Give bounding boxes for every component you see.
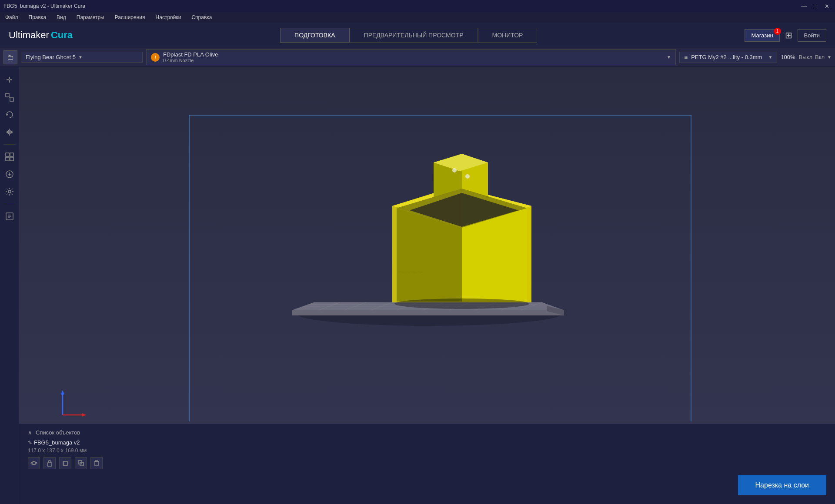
svg-marker-3 [7,113,8,116]
svg-marker-57 [82,413,87,417]
delete-button[interactable] [90,457,103,469]
grid-icon[interactable]: ⊞ [785,30,792,40]
printer-name: Flying Bear Ghost 5 [26,54,76,60]
app-logo: Ultimaker Cura [9,30,73,41]
svg-rect-9 [6,157,9,161]
object-list-label: Список объектов [36,429,80,436]
close-button[interactable]: ✕ [822,2,832,10]
tool-divider-2 [3,204,16,204]
menu-edit[interactable]: Правка [27,13,48,21]
scale-percent: 100% [781,54,795,60]
3d-object: ~~~~ [275,110,579,336]
copy-button[interactable] [59,457,71,469]
svg-rect-59 [47,463,52,466]
view-dropdown-arrow[interactable]: ▼ [827,55,832,60]
view-on-label[interactable]: Вкл [815,54,825,60]
tab-preview[interactable]: ПРЕДВАРИТЕЛЬНЫЙ ПРОСМОТР [350,28,478,43]
settings-tool-button[interactable] [2,184,17,199]
material-nozzle: 0.4mm Nozzle [163,58,218,63]
view-off-label[interactable]: Выкл [799,54,812,60]
svg-marker-6 [10,130,13,134]
svg-point-49 [465,174,470,179]
move-tool-button[interactable]: ✛ [2,72,17,88]
main-area: ✛ [0,67,835,504]
guide-line-right [691,115,691,421]
arrange-tool-button[interactable] [2,149,17,165]
menu-file[interactable]: Файл [3,13,20,21]
svg-rect-8 [10,153,13,156]
logo-ultimaker: Ultimaker [9,30,49,41]
login-button[interactable]: Войти [798,29,826,42]
window-title: FBG5_bumaga v2 - Ultimaker Cura [3,3,85,9]
lock-button[interactable] [43,457,56,469]
svg-rect-10 [10,157,13,161]
menu-settings[interactable]: Настройки [154,13,183,21]
header-right: Магазин 1 ⊞ Войти [745,29,826,42]
material-name: FDplast FD PLA Olive [163,51,218,58]
svg-rect-0 [6,93,9,97]
rotate-tool-button[interactable] [2,107,17,123]
toolbar-row: 🗀 Flying Bear Ghost 5 ▼ ! FDplast FD PLA… [0,48,835,67]
support-tool-button[interactable] [2,166,17,182]
view-toggle: Выкл Вкл ▼ [799,54,832,60]
printer-selector[interactable]: Flying Bear Ghost 5 ▼ [21,52,143,63]
maximize-button[interactable]: □ [811,2,820,10]
duplicate-button[interactable] [75,457,87,469]
object-actions [28,457,826,469]
menu-view[interactable]: Вид [55,13,68,21]
marketplace-button[interactable]: Магазин 1 [745,29,779,42]
nav-tabs: ПОДГОТОВКА ПРЕДВАРИТЕЛЬНЫЙ ПРОСМОТР МОНИ… [280,28,537,43]
top-header: Ultimaker Cura ПОДГОТОВКА ПРЕДВАРИТЕЛЬНЫ… [0,23,835,48]
logo-cura: Cura [51,30,73,41]
printer-dropdown-arrow: ▼ [78,55,83,60]
menu-params[interactable]: Параметры [75,13,106,21]
viewport[interactable]: ~~~~ ∧ Список объектов ✎ FBG5_bumaga v2 … [19,67,835,504]
title-bar-controls[interactable]: — □ ✕ [799,2,832,10]
object-list-header[interactable]: ∧ Список объектов [28,429,826,436]
minimize-button[interactable]: — [799,2,809,10]
object-dimensions: 117.0 х 137.0 х 169.0 мм [28,448,826,454]
guide-line-left [189,115,190,421]
object-name-row: ✎ FBG5_bumaga v2 [28,439,826,446]
svg-marker-55 [61,390,64,395]
per-model-settings-button[interactable] [2,209,17,224]
slice-button[interactable]: Нарезка на слои [738,475,826,495]
svg-line-2 [9,97,10,98]
svg-point-14 [8,190,11,193]
menu-extensions[interactable]: Расширения [113,13,147,21]
profile-icon: ≡ [684,54,688,61]
menu-bar: Файл Правка Вид Параметры Расширения Нас… [0,12,835,23]
mirror-tool-button[interactable] [2,124,17,140]
scale-tool-button[interactable] [2,90,17,105]
profile-dropdown-arrow: ▼ [768,55,772,60]
object-name[interactable]: FBG5_bumaga v2 [34,439,80,446]
menu-help[interactable]: Справка [190,13,214,21]
marketplace-badge: 1 [774,28,781,35]
profile-name: PETG My2 #2 ...lity - 0.3mm [691,54,762,60]
svg-rect-1 [10,98,13,101]
open-folder-button[interactable]: 🗀 [3,50,17,64]
svg-point-48 [452,168,457,172]
material-selector[interactable]: ! FDplast FD PLA Olive 0.4mm Nozzle ▼ [146,49,676,65]
visibility-toggle-button[interactable] [28,457,40,469]
svg-point-52 [394,298,529,309]
material-info: FDplast FD PLA Olive 0.4mm Nozzle [163,51,218,63]
scale-section: 100% [781,54,795,60]
list-toggle-icon: ∧ [28,429,32,436]
material-dropdown-arrow: ▼ [667,55,671,60]
title-bar: FBG5_bumaga v2 - Ultimaker Cura — □ ✕ [0,0,835,12]
svg-rect-63 [95,461,98,466]
svg-marker-5 [6,130,9,134]
left-toolbar: ✛ [0,67,19,504]
tab-prepare[interactable]: ПОДГОТОВКА [280,28,349,43]
svg-marker-36 [292,310,564,315]
axes-indicator [54,387,89,421]
svg-text:~~~~: ~~~~ [397,266,424,278]
edit-icon: ✎ [28,440,32,446]
title-bar-left: FBG5_bumaga v2 - Ultimaker Cura [3,3,85,9]
tab-monitor[interactable]: МОНИТОР [478,28,538,43]
bottom-panel: ∧ Список объектов ✎ FBG5_bumaga v2 117.0… [19,424,835,504]
tool-divider-1 [3,144,16,145]
svg-rect-7 [6,153,9,156]
profile-selector[interactable]: ≡ PETG My2 #2 ...lity - 0.3mm ▼ [679,52,777,63]
